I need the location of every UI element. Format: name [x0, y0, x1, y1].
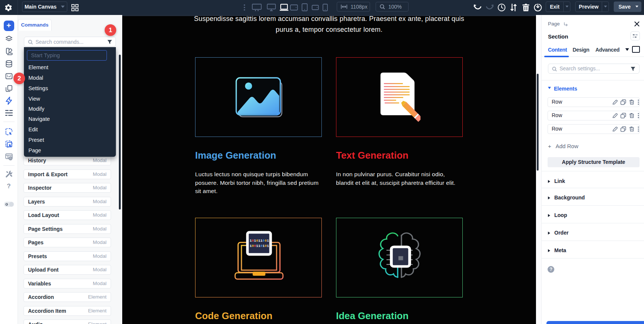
svg-text:100110101: 100110101 — [250, 244, 269, 248]
svg-text:101011001: 101011001 — [250, 239, 269, 243]
